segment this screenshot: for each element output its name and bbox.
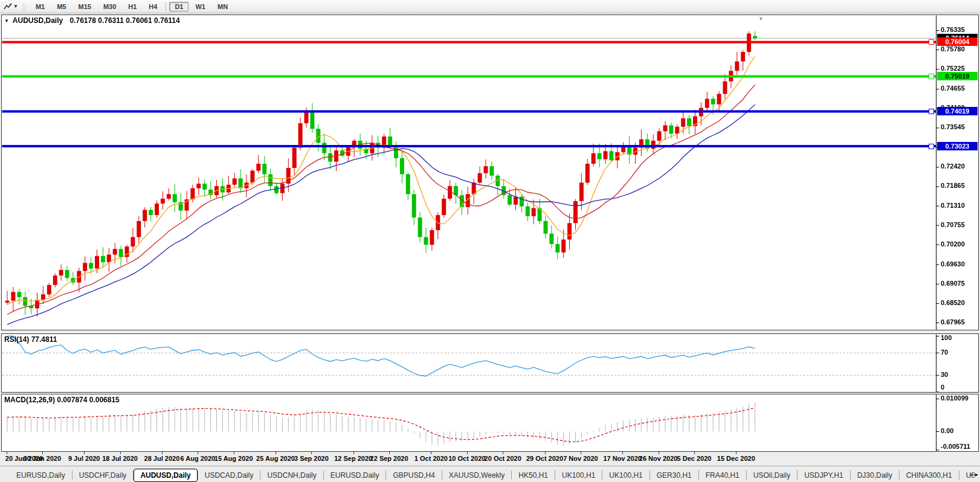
chart-title: ▼ AUDUSD,Daily 0.76178 0.76311 0.76061 0… bbox=[4, 16, 180, 25]
date-label: 15 Dec 2020 bbox=[712, 455, 760, 462]
price-line-badge-076004[interactable]: 0.76004 bbox=[937, 37, 978, 46]
chart-tab-gbpusd-h4[interactable]: GBPUSD,H4 bbox=[386, 469, 441, 482]
timeframe-button-m30[interactable]: M30 bbox=[98, 2, 121, 11]
rsi-axis-label: 100 bbox=[941, 334, 978, 342]
chart-tab-usoil-daily[interactable]: USOil,Daily bbox=[747, 469, 797, 482]
macd-axis-label: -0.005711 bbox=[941, 443, 978, 451]
date-tick bbox=[581, 452, 581, 454]
date-tick bbox=[353, 452, 354, 454]
price-axis-label: 0.69630 bbox=[941, 260, 978, 268]
date-tick bbox=[622, 452, 623, 454]
main-chart-canvas[interactable] bbox=[2, 15, 978, 330]
chart-tab-eurusd-daily[interactable]: EURUSD,Daily bbox=[324, 469, 386, 482]
hline-drag-handle[interactable] bbox=[929, 144, 934, 149]
price-axis-label: 0.69075 bbox=[941, 280, 978, 288]
chart-tab-eurusd-daily[interactable]: EURUSD,Daily bbox=[10, 469, 72, 482]
timeframe-button-m5[interactable]: M5 bbox=[51, 2, 71, 11]
price-line-badge-075019[interactable]: 0.75019 bbox=[937, 72, 978, 80]
date-tick bbox=[42, 452, 43, 454]
date-tick bbox=[545, 452, 546, 454]
price-line-badge-074019[interactable]: 0.74019 bbox=[937, 107, 978, 115]
date-tick bbox=[736, 452, 737, 454]
date-tick bbox=[311, 452, 312, 454]
macd-canvas[interactable] bbox=[2, 394, 978, 451]
date-tick bbox=[162, 452, 163, 454]
date-tick bbox=[84, 452, 85, 454]
price-axis-label: 0.67965 bbox=[941, 318, 978, 326]
date-tick bbox=[659, 452, 659, 454]
timeframe-button-w1[interactable]: W1 bbox=[190, 2, 211, 11]
rsi-axis-label: 70 bbox=[941, 349, 978, 356]
date-label: 22 Sep 2020 bbox=[365, 455, 413, 462]
price-axis-label: 0.70755 bbox=[941, 221, 978, 229]
chart-tab-uk100-h1[interactable]: UK100,H1 bbox=[602, 469, 649, 482]
chart-tab-bar: ◂ ▸ EURUSD,DailyUSDCHF,DailyAUDUSD,Daily… bbox=[0, 466, 980, 482]
rsi-label: RSI(14) 77.4811 bbox=[4, 335, 57, 344]
tabs-scroll-left-icon[interactable]: ◂ bbox=[969, 471, 973, 478]
chart-tab-usdcnh-daily[interactable]: USDCNH,Daily bbox=[260, 469, 323, 482]
tabs-scroll-right-icon[interactable]: ▸ bbox=[975, 471, 978, 478]
price-axis-label: 0.73545 bbox=[941, 123, 978, 131]
price-axis-label: 0.76335 bbox=[941, 26, 978, 34]
chart-tool-dropdown-caret-icon[interactable]: ▼ bbox=[13, 4, 18, 9]
macd-panel: MACD(12,26,9) 0.007874 0.006815 0.010099… bbox=[1, 394, 979, 452]
date-tick bbox=[7, 452, 7, 454]
date-tick bbox=[234, 452, 234, 454]
date-tick bbox=[389, 452, 390, 454]
timeframe-button-h4[interactable]: H4 bbox=[143, 2, 163, 11]
chart-tab-china300-h1[interactable]: CHINA300,H1 bbox=[900, 469, 959, 482]
chart-tab-usdcad-daily[interactable]: USDCAD,Daily bbox=[198, 469, 260, 482]
chart-tab-dj30-daily[interactable]: DJ30,Daily bbox=[851, 469, 899, 482]
chart-tab-fra40-h1[interactable]: FRA40,H1 bbox=[699, 469, 746, 482]
chart-title-symbol: AUDUSD,Daily bbox=[13, 16, 63, 25]
collapse-triangle-icon[interactable]: ▼ bbox=[4, 18, 9, 24]
macd-axis-label: 0.010099 bbox=[941, 394, 978, 402]
price-axis-label: 0.70200 bbox=[941, 240, 978, 248]
price-axis-label: 0.71865 bbox=[941, 182, 978, 190]
chart-tab-xauusd-weekly[interactable]: XAUUSD,Weekly bbox=[442, 469, 511, 482]
chart-tab-ger30-h1[interactable]: GER30,H1 bbox=[650, 469, 698, 482]
date-tick bbox=[198, 452, 198, 454]
rsi-canvas[interactable] bbox=[2, 334, 978, 392]
rsi-axis-label: 0 bbox=[941, 384, 978, 391]
rsi-panel: RSI(14) 77.4811 10070300 bbox=[1, 333, 979, 393]
chart-tab-uk100-h1[interactable]: UK100,H1 bbox=[555, 469, 602, 482]
date-label: 20 Oct 2020 bbox=[479, 455, 527, 462]
toolbar-separator bbox=[166, 2, 166, 11]
toolbar-grip[interactable] bbox=[22, 2, 26, 11]
chart-title-ohlc: 0.76178 0.76311 0.76061 0.76114 bbox=[70, 16, 180, 25]
timeframe-toolbar: ▼ M1M5M15M30H1H4D1W1MN bbox=[0, 0, 980, 13]
date-tick bbox=[120, 452, 121, 454]
chart-shift-marker-icon[interactable]: ▼ bbox=[758, 16, 764, 22]
price-line-badge-073023[interactable]: 0.73023 bbox=[937, 142, 978, 150]
timeframe-button-d1[interactable]: D1 bbox=[169, 2, 189, 11]
chart-cursor-icon[interactable] bbox=[2, 2, 13, 11]
date-label: 18 Jul 2020 bbox=[96, 455, 144, 462]
chart-tab-audusd-daily[interactable]: AUDUSD,Daily bbox=[134, 469, 197, 482]
date-tick bbox=[276, 452, 276, 454]
hline-drag-handle[interactable] bbox=[929, 109, 934, 114]
date-label: 7 Nov 2020 bbox=[556, 455, 605, 462]
chart-tab-hk50-h1[interactable]: HK50,H1 bbox=[512, 469, 555, 482]
price-axis-label: 0.72420 bbox=[941, 162, 978, 170]
main-chart-panel: ▼ AUDUSD,Daily 0.76178 0.76311 0.76061 0… bbox=[1, 14, 979, 330]
date-tick bbox=[467, 452, 468, 454]
macd-axis-label: 0.00 bbox=[941, 427, 978, 435]
timeframe-button-m1[interactable]: M1 bbox=[30, 2, 50, 11]
timeframe-button-mn[interactable]: MN bbox=[212, 2, 233, 11]
rsi-axis-label: 30 bbox=[941, 371, 978, 379]
timeframe-button-h1[interactable]: H1 bbox=[123, 2, 142, 11]
date-tick bbox=[431, 452, 431, 454]
price-axis-label: 0.71310 bbox=[941, 202, 978, 210]
date-tick bbox=[694, 452, 695, 454]
timeframe-buttons: M1M5M15M30H1H4D1W1MN bbox=[30, 2, 234, 11]
macd-label: MACD(12,26,9) 0.007874 0.006815 bbox=[4, 396, 120, 404]
hline-drag-handle[interactable] bbox=[929, 74, 934, 79]
date-label: 15 Aug 2020 bbox=[210, 455, 258, 462]
chart-tab-usdjpy-h1[interactable]: USDJPY,H1 bbox=[798, 469, 849, 482]
date-axis: 20 Jun 202030 Jun 20209 Jul 202018 Jul 2… bbox=[1, 452, 979, 465]
chart-tab-usdchf-daily[interactable]: USDCHF,Daily bbox=[73, 469, 134, 482]
timeframe-button-m15[interactable]: M15 bbox=[73, 2, 96, 11]
date-label: 3 Sep 2020 bbox=[287, 455, 335, 462]
hline-drag-handle[interactable] bbox=[929, 39, 934, 45]
